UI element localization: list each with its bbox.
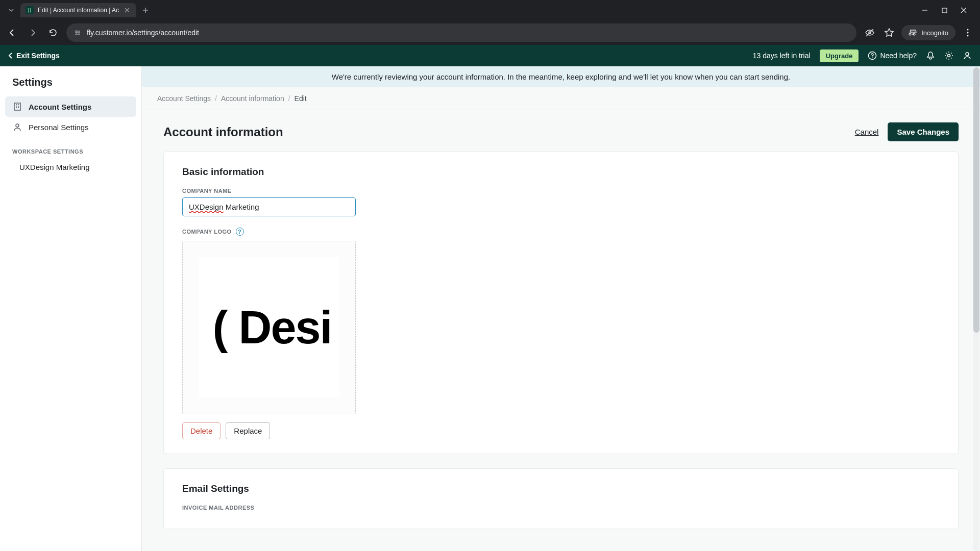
svg-point-2 <box>79 32 80 34</box>
app-topbar: Exit Settings 13 days left in trial Upgr… <box>0 45 980 66</box>
forward-button[interactable] <box>26 26 40 40</box>
bookmark-star-icon[interactable] <box>882 26 896 40</box>
sidebar-item-label: Account Settings <box>29 103 91 111</box>
sidebar-item-personal-settings[interactable]: Personal Settings <box>5 117 136 137</box>
company-name-input[interactable]: UXDesign Marketing <box>182 197 356 216</box>
site-settings-icon[interactable] <box>74 29 82 37</box>
svg-point-9 <box>872 57 873 58</box>
tab-title: Edit | Account information | Ac <box>38 7 119 14</box>
svg-point-7 <box>967 35 968 36</box>
svg-point-1 <box>76 31 77 32</box>
breadcrumb: Account Settings / Account information /… <box>142 87 980 110</box>
gear-icon[interactable] <box>944 51 953 60</box>
exit-settings-link[interactable]: Exit Settings <box>8 52 60 60</box>
svg-point-6 <box>967 32 968 33</box>
app: Exit Settings 13 days left in trial Upgr… <box>0 45 980 551</box>
sidebar-workspace-item[interactable]: UXDesign Marketing <box>5 159 136 176</box>
browser-menu-icon[interactable] <box>961 26 975 40</box>
tab-search-dropdown[interactable] <box>4 3 18 17</box>
logo-preview: ( Desi <box>199 257 339 398</box>
close-window-button[interactable] <box>959 5 969 15</box>
url-text: fly.customer.io/settings/account/edit <box>87 29 199 37</box>
favicon: ⟩⟩ <box>26 6 34 14</box>
logo-actions: Delete Replace <box>182 422 940 439</box>
replace-logo-button[interactable]: Replace <box>226 422 270 439</box>
need-help-label: Need help? <box>880 52 917 60</box>
reload-button[interactable] <box>46 26 60 40</box>
logo-dropzone[interactable]: ( Desi <box>182 241 356 414</box>
svg-point-11 <box>966 53 969 56</box>
browser-chrome: ⟩⟩ Edit | Account information | Ac fly.c… <box>0 0 980 45</box>
cancel-button[interactable]: Cancel <box>855 128 879 136</box>
sidebar-group-label: WORKSPACE SETTINGS <box>5 137 136 159</box>
trial-text: 13 days left in trial <box>753 52 811 60</box>
invoice-mail-label: INVOICE MAIL ADDRESS <box>182 505 940 511</box>
svg-point-5 <box>967 29 968 30</box>
app-body: Settings Account Settings Personal Setti… <box>0 66 980 551</box>
url-bar[interactable]: fly.customer.io/settings/account/edit <box>66 23 856 42</box>
company-logo-label: COMPANY LOGO ? <box>182 228 940 236</box>
minimize-button[interactable] <box>920 5 930 15</box>
svg-rect-0 <box>942 8 947 13</box>
incognito-indicator[interactable]: Incognito <box>901 25 955 40</box>
main-content: We're currently reviewing your account i… <box>142 66 980 551</box>
review-banner: We're currently reviewing your account i… <box>142 66 980 87</box>
incognito-label: Incognito <box>921 29 948 37</box>
new-tab-button[interactable] <box>138 3 153 17</box>
user-icon[interactable] <box>963 51 972 60</box>
header-actions: Cancel Save Changes <box>855 122 959 141</box>
breadcrumb-separator: / <box>288 94 290 103</box>
page-title: Account information <box>163 125 283 139</box>
help-circle-icon <box>868 51 877 60</box>
svg-point-3 <box>76 34 78 35</box>
logo-preview-text: ( Desi <box>212 302 331 354</box>
maximize-button[interactable] <box>939 5 949 15</box>
page-header: Account information Cancel Save Changes <box>142 110 980 152</box>
save-changes-button[interactable]: Save Changes <box>888 122 959 141</box>
chevron-left-icon <box>8 52 13 59</box>
breadcrumb-separator: / <box>215 94 217 103</box>
delete-logo-button[interactable]: Delete <box>182 422 220 439</box>
back-button[interactable] <box>5 26 19 40</box>
exit-settings-label: Exit Settings <box>16 52 60 60</box>
scrollbar-thumb[interactable] <box>973 67 979 333</box>
browser-tab[interactable]: ⟩⟩ Edit | Account information | Ac <box>20 3 136 17</box>
window-controls <box>920 5 976 15</box>
sidebar-item-label: Personal Settings <box>29 123 89 132</box>
sidebar: Settings Account Settings Personal Setti… <box>0 66 142 551</box>
sidebar-title: Settings <box>5 77 136 96</box>
svg-point-10 <box>948 55 950 57</box>
breadcrumb-link-account-info[interactable]: Account information <box>221 94 284 103</box>
need-help-link[interactable]: Need help? <box>868 51 917 60</box>
basic-information-card: Basic information COMPANY NAME UXDesign … <box>163 152 959 454</box>
sidebar-item-account-settings[interactable]: Account Settings <box>5 96 136 117</box>
company-name-field: COMPANY NAME UXDesign Marketing <box>182 188 940 216</box>
svg-point-13 <box>16 124 19 127</box>
nav-bar: fly.customer.io/settings/account/edit In… <box>0 20 980 45</box>
person-icon <box>12 122 22 132</box>
company-logo-field: COMPANY LOGO ? ( Desi Delete Replace <box>182 228 940 439</box>
breadcrumb-current: Edit <box>295 94 307 103</box>
email-settings-card: Email Settings INVOICE MAIL ADDRESS <box>163 468 959 529</box>
topbar-right: 13 days left in trial Upgrade Need help? <box>753 49 972 62</box>
svg-rect-12 <box>14 103 20 110</box>
upgrade-button[interactable]: Upgrade <box>820 49 859 62</box>
tab-close-icon[interactable] <box>123 6 131 14</box>
card-title: Email Settings <box>182 483 940 494</box>
bell-icon[interactable] <box>926 51 935 60</box>
nav-right-icons: Incognito <box>863 25 975 40</box>
card-title: Basic information <box>182 166 940 178</box>
incognito-icon <box>909 28 918 37</box>
tab-bar: ⟩⟩ Edit | Account information | Ac <box>0 0 980 20</box>
building-icon <box>12 102 22 112</box>
breadcrumb-link-account-settings[interactable]: Account Settings <box>157 94 211 103</box>
eye-off-icon[interactable] <box>863 26 877 40</box>
help-tooltip-icon[interactable]: ? <box>236 228 244 236</box>
company-name-label: COMPANY NAME <box>182 188 940 194</box>
